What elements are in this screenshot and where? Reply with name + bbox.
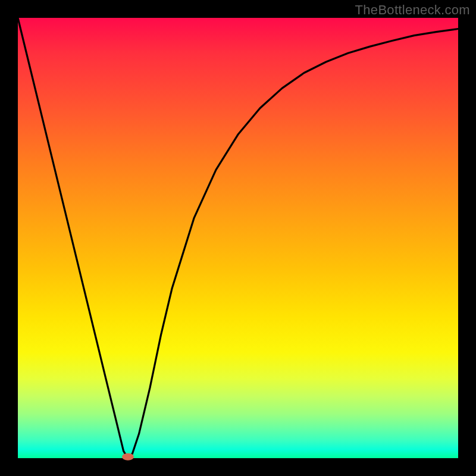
- watermark-text: TheBottleneck.com: [355, 2, 470, 18]
- curve-layer: [18, 18, 458, 458]
- chart-frame: TheBottleneck.com: [0, 0, 476, 476]
- plot-area: [18, 18, 458, 458]
- minimum-marker: [122, 453, 134, 461]
- bottleneck-curve: [18, 18, 458, 458]
